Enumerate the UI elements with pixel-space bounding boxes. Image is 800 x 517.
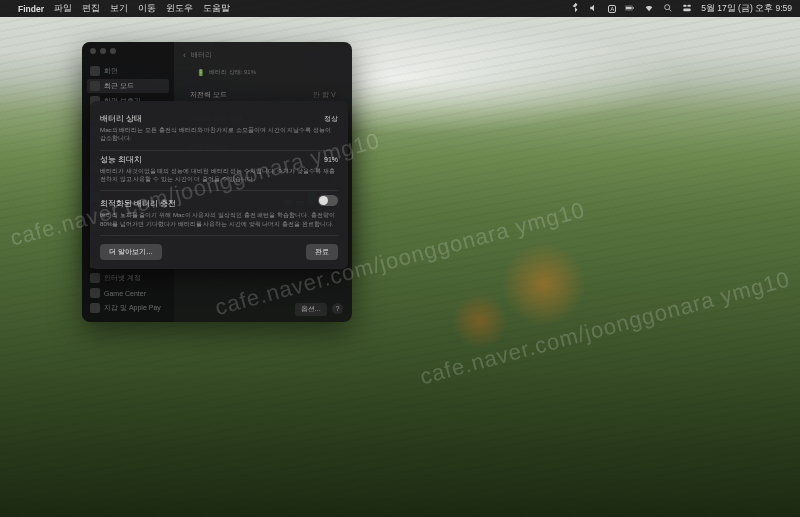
- menu-file[interactable]: 파일: [54, 3, 72, 15]
- section-value: 91%: [324, 156, 338, 163]
- date-time[interactable]: 5월 17일 (금) 오후 9:59: [701, 3, 792, 15]
- menu-edit[interactable]: 편집: [82, 3, 100, 15]
- svg-rect-5: [688, 4, 691, 6]
- svg-rect-1: [633, 7, 634, 9]
- learn-more-button[interactable]: 더 알아보기…: [100, 244, 162, 260]
- svg-rect-6: [683, 8, 691, 11]
- menu-go[interactable]: 이동: [138, 3, 156, 15]
- svg-point-3: [665, 4, 670, 9]
- bluetooth-icon[interactable]: [570, 3, 580, 15]
- done-button[interactable]: 완료: [306, 244, 338, 260]
- spotlight-icon[interactable]: [663, 3, 673, 15]
- menubar: Finder 파일 편집 보기 이동 윈도우 도움말 A 5월 17일 (금) …: [0, 0, 800, 17]
- section-desc: Mac의 배터리는 모든 충전식 배터리와 마찬가지로 소모품이며 시간이 지날…: [100, 126, 338, 143]
- menu-view[interactable]: 보기: [110, 3, 128, 15]
- optimized-charging-toggle[interactable]: [318, 195, 338, 206]
- section-value: 정상: [324, 114, 338, 124]
- menu-help[interactable]: 도움말: [203, 3, 230, 15]
- section-desc: 배터리 노화를 줄이기 위해 Mac이 사용자의 일상적인 충전 패턴을 학습합…: [100, 211, 338, 228]
- battery-health-modal: 배터리 상태 정상 Mac의 배터리는 모든 충전식 배터리와 마찬가지로 소모…: [90, 101, 348, 269]
- app-name[interactable]: Finder: [18, 4, 44, 14]
- section-title: 최적화된 배터리 충전: [100, 199, 176, 209]
- control-center-icon[interactable]: [682, 3, 692, 15]
- section-title: 성능 최대치: [100, 155, 142, 165]
- volume-icon[interactable]: [589, 3, 599, 15]
- svg-rect-4: [683, 4, 686, 6]
- wifi-icon[interactable]: [644, 3, 654, 15]
- battery-icon[interactable]: [625, 3, 635, 15]
- section-title: 배터리 상태: [100, 114, 142, 124]
- menu-window[interactable]: 윈도우: [166, 3, 193, 15]
- section-desc: 배터리가 새것이었을 때의 성능에 대비한 배터리 성능 수치입니다. 수치가 …: [100, 167, 338, 184]
- input-source-icon[interactable]: A: [608, 5, 616, 13]
- svg-rect-2: [626, 6, 632, 9]
